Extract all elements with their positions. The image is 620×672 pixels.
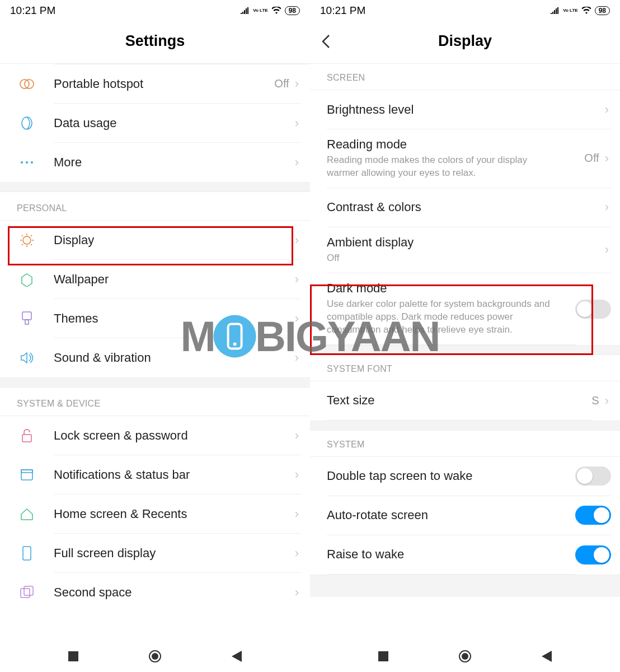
hotspot-icon	[17, 74, 37, 94]
volte-icon: Vo LTE	[253, 8, 267, 12]
nav-home-icon[interactable]	[458, 650, 472, 663]
status-bar: 10:21 PM Vo LTE 98	[0, 0, 310, 19]
signal-icon	[241, 7, 250, 14]
row-notifications[interactable]: Notifications & status bar ›	[0, 455, 310, 494]
svg-line-10	[22, 235, 23, 236]
header: Settings	[0, 19, 310, 64]
row-label: Reading mode	[327, 137, 584, 152]
row-label: Auto-rotate screen	[327, 508, 575, 522]
section-system-font: SYSTEM FONT	[310, 355, 620, 381]
row-dark-mode[interactable]: Dark mode Use darker color palette for s…	[310, 273, 620, 345]
row-label: Brightness level	[327, 102, 605, 117]
wifi-icon	[271, 7, 281, 15]
svg-point-27	[462, 653, 468, 660]
back-button[interactable]	[321, 34, 330, 49]
row-sound-vibration[interactable]: Sound & vibration ›	[0, 338, 310, 377]
chevron-right-icon: ›	[605, 200, 611, 214]
row-subtitle: Off	[327, 252, 551, 265]
row-label: Home screen & Recents	[54, 507, 295, 521]
row-full-screen[interactable]: Full screen display ›	[0, 534, 310, 573]
chevron-right-icon: ›	[295, 585, 301, 600]
chevron-right-icon: ›	[605, 242, 611, 257]
svg-rect-19	[23, 547, 31, 560]
phone-display: 10:21 PM Vo LTE 98 Display SCREEN Bright…	[310, 0, 620, 672]
nav-home-icon[interactable]	[148, 650, 162, 663]
fullscreen-icon	[17, 543, 37, 563]
row-contrast[interactable]: Contrast & colors ›	[310, 188, 620, 227]
chevron-right-icon: ›	[605, 102, 611, 117]
row-reading-mode[interactable]: Reading mode Reading mode makes the colo…	[310, 129, 620, 188]
section-personal: PERSONAL	[0, 192, 310, 221]
section-system-device: SYSTEM & DEVICE	[0, 388, 310, 416]
chevron-right-icon: ›	[295, 116, 301, 130]
dark-mode-toggle[interactable]	[575, 300, 611, 319]
svg-rect-25	[378, 651, 388, 661]
svg-rect-22	[68, 651, 78, 661]
svg-rect-18	[21, 470, 32, 473]
row-value: Off	[584, 152, 599, 165]
raise-wake-toggle[interactable]	[575, 545, 611, 564]
row-home-recents[interactable]: Home screen & Recents ›	[0, 494, 310, 534]
more-icon	[17, 152, 37, 172]
row-label: Notifications & status bar	[54, 468, 295, 482]
chevron-right-icon: ›	[295, 351, 301, 365]
row-lock-screen[interactable]: Lock screen & password ›	[0, 416, 310, 455]
status-time: 10:21 PM	[320, 4, 365, 17]
row-auto-rotate[interactable]: Auto-rotate screen	[310, 496, 620, 535]
chevron-right-icon: ›	[605, 394, 611, 408]
row-wallpaper[interactable]: Wallpaper ›	[0, 260, 310, 299]
row-data-usage[interactable]: Data usage ›	[0, 104, 310, 143]
row-label: Sound & vibration	[54, 351, 295, 365]
svg-point-2	[21, 161, 23, 164]
row-brightness[interactable]: Brightness level ›	[310, 90, 620, 129]
row-text-size[interactable]: Text size S›	[310, 381, 620, 421]
section-screen: SCREEN	[310, 64, 620, 90]
svg-line-13	[22, 244, 23, 245]
chevron-right-icon: ›	[295, 468, 301, 482]
chevron-right-icon: ›	[295, 272, 301, 287]
double-tap-toggle[interactable]	[575, 466, 611, 486]
row-double-tap[interactable]: Double tap screen to wake	[310, 457, 620, 496]
row-more[interactable]: More ›	[0, 143, 310, 182]
svg-rect-15	[25, 320, 29, 324]
nav-recent-icon[interactable]	[378, 651, 388, 661]
row-ambient[interactable]: Ambient display Off ›	[310, 227, 620, 273]
home-icon	[17, 504, 37, 524]
row-label: Ambient display	[327, 235, 605, 250]
display-list[interactable]: SCREEN Brightness level › Reading mode R…	[310, 64, 620, 641]
row-second-space[interactable]: Second space ›	[0, 573, 310, 612]
battery-icon: 98	[285, 6, 300, 15]
navigation-bar	[310, 641, 620, 672]
svg-line-12	[31, 235, 32, 236]
auto-rotate-toggle[interactable]	[575, 506, 611, 525]
navigation-bar	[0, 641, 310, 672]
battery-icon: 98	[595, 6, 610, 15]
svg-rect-21	[24, 586, 33, 595]
settings-list[interactable]: Portable hotspot Off› Data usage › More …	[0, 64, 310, 641]
sound-icon	[17, 348, 37, 368]
status-time: 10:21 PM	[10, 4, 55, 17]
themes-icon	[17, 309, 37, 329]
svg-point-3	[26, 161, 28, 164]
chevron-right-icon: ›	[605, 151, 611, 166]
row-label: Double tap screen to wake	[327, 469, 575, 483]
signal-icon	[551, 7, 560, 14]
row-themes[interactable]: Themes ›	[0, 299, 310, 338]
row-raise-wake[interactable]: Raise to wake	[310, 535, 620, 575]
row-value: S	[591, 394, 599, 407]
row-label: Text size	[327, 393, 591, 408]
chevron-right-icon: ›	[295, 155, 301, 170]
notifications-icon	[17, 465, 37, 485]
row-label: Second space	[54, 585, 295, 600]
row-display[interactable]: Display ›	[0, 221, 310, 260]
svg-rect-17	[21, 470, 32, 480]
second-space-icon	[17, 582, 37, 603]
chevron-right-icon: ›	[295, 311, 301, 326]
row-portable-hotspot[interactable]: Portable hotspot Off›	[0, 64, 310, 104]
nav-back-icon[interactable]	[542, 651, 552, 662]
chevron-right-icon: ›	[295, 428, 301, 443]
row-label: Portable hotspot	[54, 77, 274, 91]
nav-recent-icon[interactable]	[68, 651, 78, 661]
nav-back-icon[interactable]	[232, 651, 242, 662]
row-label: Dark mode	[327, 281, 575, 296]
